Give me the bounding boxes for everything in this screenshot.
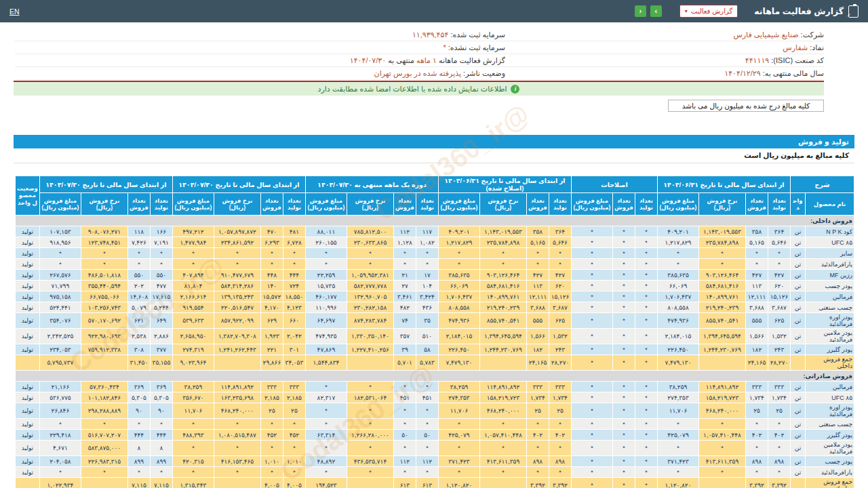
product-row: پارافرمالدئیدتن***********************تو… [15,467,854,478]
product-name-cell: پودر ملامین فرمالدئید [806,329,854,344]
info-label: سرمایه ثبت نشده: [446,43,505,52]
value-cell-adj0631: ۳۷۱,۴۲۳ [438,456,479,467]
value-cell-adj: * [571,344,612,355]
value-cell-month: ۸۷۴,۲۸۳,۷۸۴ [347,313,393,329]
value-cell-adj: * [635,392,657,403]
value-cell-adj0631: ۱,۵۶۶ [526,329,549,344]
value-cell-month: ۳۵۷ [393,329,416,344]
unit-cell: تن [790,344,805,355]
value-cell-adj: * [571,302,612,313]
product-name-cell: چسب صنعتی [806,302,854,313]
value-cell-adj0631: ۱,۷۳۴ [549,392,571,403]
value-cell-y0730: * [172,419,214,430]
value-cell-adj: * [635,430,657,441]
value-cell-py0730: * [81,467,127,478]
value-cell-adj: * [571,237,612,248]
value-cell-month: * [416,248,438,259]
value-cell-y0730: ۲۲۱ [260,344,283,355]
next-report-button[interactable]: › [650,5,662,17]
top-bar: گزارش فعالیت ماهانه گزارش فعالیت ▾ › ‹ E… [0,0,868,22]
report-type-dropdown[interactable]: گزارش فعالیت ▾ [679,5,738,18]
value-cell-py0730: ۵۸۳,۸۷۵,۰۰۰ [81,441,127,456]
value-cell-y0730: ۲۲۰,۵۱۶,۵۴۷ [214,302,260,313]
info-row-left-0: سرمایه ثبت شده: ۱۱,۹۳۹,۴۵۴ [15,28,505,41]
info-label: شرکت: [799,30,824,39]
value-cell-y0631: ۴۶۸,۲۴۰,۰۰۰ [698,403,745,419]
total-row: جمع فروش داخلی۲۸,۲۷۰۲۴,۱۶۵۷,۴۷۹,۱۳۰***۲۸… [15,355,854,371]
value-cell-y0631: ۳,۶۸۷ [768,302,790,313]
signature-match-text: اطلاعات نمایش داده شده با اطلاعات امضا ش… [318,85,507,94]
product-row: پودر گلیزرتن۴۰۲۴۰۲۱,۰۵۷,۴۱۰,۴۴۸۴۲۵,۰۷۹**… [15,430,854,441]
value-cell-y0730: ۲,۰۴۲ [283,329,305,344]
value-cell-month: * [416,403,438,419]
product-row: پودر اوره فرمالدئیدتن۲۵۲۵۴۶۸,۲۴۰,۰۰۰۱۱,۷… [15,403,854,419]
value-cell-y0631: ۲۲۶,۴۵۰ [657,344,698,355]
value-cell-py0730: ۴۸۶,۵۰۱,۸۱۸ [81,270,127,281]
value-cell-y0730: * [283,441,305,456]
value-cell-py0730: ۴۴۴ [150,430,172,441]
value-cell-month: ۱,۵۴۴,۸۳۴ [305,355,347,371]
info-row-right-3: سال مالی منتهی به: ۱۴۰۴/۱۲/۲۹ [505,67,824,80]
info-value: شفارس [783,43,808,52]
product-row: سایرتن***********************تولید [15,248,854,259]
value-cell-py0730: ۶۲۱ [127,313,150,329]
value-cell-y0631: ۵۸۴,۶۸۱,۴۱۶ [698,281,745,291]
value-cell-adj: * [571,441,612,456]
value-cell-py0730: ۷,۱۹۱ [150,237,172,248]
value-cell-py0730: ۲۰۲ [127,281,150,291]
value-cell-month: ۴۸,۸۹۲ [305,456,347,467]
value-cell-month: ۱۸۲,۵۳۱,۰۶۴ [347,392,393,403]
product-name-cell: پودر اوره فرمالدئید [806,313,854,329]
value-cell-adj0631: ۸۹۸ [549,456,571,467]
value-cell-y0631: ۵,۱۶۵ [745,237,768,248]
value-cell-y0631: * [745,467,768,478]
status-cell [15,478,39,488]
column-header: نرخ فروش (ریال) [479,193,526,216]
value-cell-adj: * [571,329,612,344]
value-cell-adj0631: ۵,۱۶۵ [526,237,549,248]
value-cell-y0631: ۳,۳۹۲ [768,478,790,488]
value-cell-y0730: * [214,419,260,430]
column-header: تعداد فروش [127,193,150,216]
value-cell-adj0631: ۲۱۹,۲۴۰,۲۳۹ [479,302,526,313]
value-cell-month: * [305,403,347,419]
column-header: مبلغ فروش (میلیون ریال) [39,193,81,216]
value-cell-y0730 [214,478,260,488]
value-cell-py0730: ۱۰۱,۱۸۲,۸۴۶ [81,392,127,403]
unit-cell [790,355,805,371]
value-cell-y0730: * [260,259,283,270]
value-cell-adj0631 [479,478,526,488]
column-header: نرخ فروش (ریال) [81,193,127,216]
unit-cell: تن [790,226,805,237]
value-cell-py0730: ۱۱۸ [127,226,150,237]
company-info-left-column: سرمایه ثبت شده: ۱۱,۹۳۹,۴۵۴ سرمایه ثبت نش… [15,28,505,80]
info-value: ۱ ماهه [414,56,437,64]
value-cell-adj0631: ۵۵۵ [526,313,549,329]
value-cell-adj0631: ۱۸۲ [526,344,549,355]
value-cell-adj0631: ۱,۷۳۴ [526,392,549,403]
value-cell-y0631: ۲۷۴,۳۵۳ [657,392,698,403]
value-cell-month: ۵۱۰ [416,329,438,344]
value-cell-y0631: ۱۴۰,۸۹۹,۷۶۱ [698,291,745,302]
english-language-link[interactable]: EN [9,7,20,16]
value-cell-py0730: ۳۱,۴۵۰ [127,355,150,371]
value-cell-py0730: * [150,467,172,478]
unit-cell: تن [790,382,805,392]
value-cell-y0730: ۱,۰۱۰ [283,456,305,467]
product-name-cell: پودر ملامین فرمالدئید [806,441,854,456]
value-cell-py0730: * [150,248,172,259]
value-cell-adj0631: * [479,467,526,478]
value-cell-y0730: ۱۴۰ [260,281,283,291]
value-cell-adj0631: * [526,419,549,430]
value-cell-month: * [347,441,393,456]
value-cell-adj0631: ۵۸۴,۶۸۱,۴۱۶ [479,281,526,291]
status-cell: تولید [15,248,39,259]
value-cell-month: ۴۳۶ [416,302,438,313]
value-cell-y0730: ۴,۰۰۵ [260,478,283,488]
value-cell-adj0631: * [549,467,571,478]
info-value: ۱۴۰۴/۰۷/۳۰ [350,56,386,64]
value-cell-adj: * [635,302,657,313]
value-cell-py0730: * [39,467,81,478]
value-cell-y0631: ۴۲۵,۰۷۹ [657,430,698,441]
prev-report-button[interactable]: ‹ [635,5,646,17]
